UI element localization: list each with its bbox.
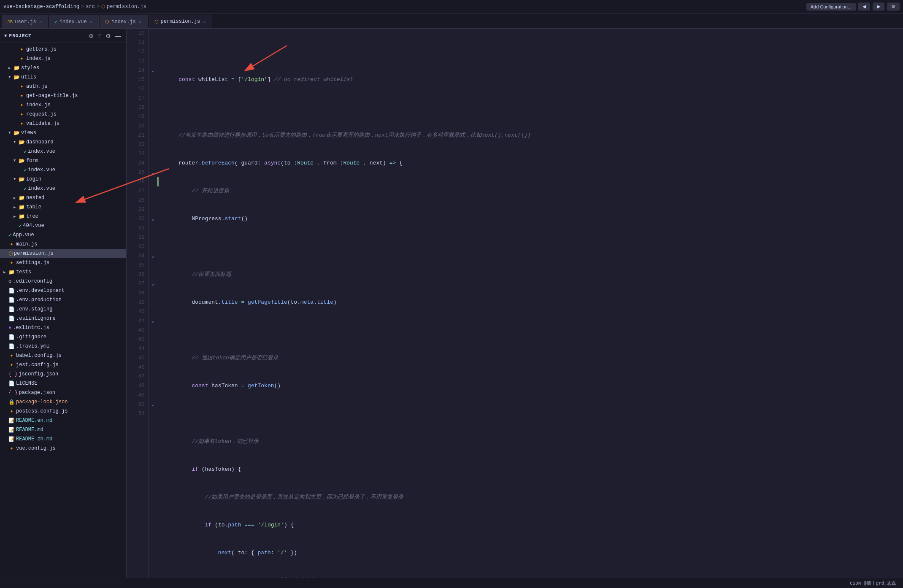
tree-item-validate-js[interactable]: 🔸 validate.js bbox=[0, 119, 126, 128]
fold-arrow-14[interactable]: ⌄ bbox=[149, 66, 157, 75]
code-line-29: NProgress.done()//进度条状态为完成 bbox=[165, 576, 896, 578]
tree-item-travis-yml[interactable]: 📄 .travis.yml bbox=[0, 342, 126, 351]
tree-item-readme-en-md[interactable]: 📝 README.en.md bbox=[0, 416, 126, 425]
tab-index-vue[interactable]: ✔ index.vue ✕ bbox=[49, 15, 99, 28]
settings-button[interactable]: ⚙ bbox=[887, 3, 900, 11]
tree-item-table[interactable]: ▶ 📁 table bbox=[0, 202, 126, 212]
title-bar-actions: Add Configuration... ◀ ▶ ⚙ bbox=[806, 3, 900, 11]
tree-item-postcss-config-js[interactable]: 🔸 postcss.config.js bbox=[0, 407, 126, 416]
fold-arrow-25[interactable]: ⌄ bbox=[149, 168, 157, 177]
tree-item-env-production[interactable]: 📄 .env.production bbox=[0, 295, 126, 305]
line-num: 42 bbox=[133, 326, 145, 335]
tree-item-license[interactable]: 📄 LICENSE bbox=[0, 379, 126, 388]
folder-arrow-icon: ▶ bbox=[14, 205, 19, 210]
folder-open-icon: 📂 bbox=[19, 139, 25, 146]
add-configuration-button[interactable]: Add Configuration... bbox=[806, 3, 856, 11]
close-sidebar-button[interactable]: — bbox=[114, 32, 122, 40]
tree-item-utils[interactable]: ▼ 📂 utils bbox=[0, 73, 126, 82]
tree-item-permission-js[interactable]: ⬡ permission.js bbox=[0, 249, 126, 258]
md-file-icon: 📝 bbox=[8, 436, 15, 442]
new-file-button[interactable]: ⊕ bbox=[88, 32, 95, 40]
tab-close-button[interactable]: ✕ bbox=[202, 19, 207, 25]
title-bar: vue-backstage-scaffolding > src > ⬡ perm… bbox=[0, 0, 903, 13]
tree-item-jsconfig-json[interactable]: { } jsconfig.json bbox=[0, 370, 126, 379]
line-num: 41 bbox=[133, 316, 145, 326]
gutter-item bbox=[149, 335, 157, 344]
tree-item-settings-js[interactable]: 🔸 settings.js bbox=[0, 258, 126, 267]
tree-item-main-js[interactable]: 🔸 main.js bbox=[0, 240, 126, 249]
tree-item-index-vue-login[interactable]: ✔ index.vue bbox=[0, 184, 126, 193]
line-num: 34 bbox=[133, 251, 145, 261]
tree-item-vue-config-js[interactable]: 🔸 vue.config.js bbox=[0, 444, 126, 453]
tab-user-js[interactable]: JS user.js ✕ bbox=[2, 15, 48, 28]
tree-item-env-staging[interactable]: 📄 .env.staging bbox=[0, 305, 126, 314]
tab-index-js[interactable]: ⬡ index.js ✕ bbox=[100, 15, 148, 28]
tree-item-eslintrc-js[interactable]: ● .eslintrc.js bbox=[0, 323, 126, 332]
tree-item-404-vue[interactable]: ✔ 404.vue bbox=[0, 221, 126, 230]
tree-item-editorconfig[interactable]: ⚙ .editorconfig bbox=[0, 277, 126, 286]
line-num: 15 bbox=[133, 75, 145, 84]
gutter-item bbox=[149, 186, 157, 196]
file-label: package-lock.json bbox=[16, 399, 68, 405]
folder-closed-icon: 📁 bbox=[8, 269, 15, 275]
tree-item-dashboard[interactable]: ▼ 📂 dashboard bbox=[0, 138, 126, 147]
folder-label: dashboard bbox=[26, 139, 54, 145]
folder-arrow-icon: ▼ bbox=[14, 140, 19, 144]
fold-arrow-34[interactable]: ⌄ bbox=[149, 251, 157, 261]
line-num: 28 bbox=[133, 196, 145, 205]
tree-item-login[interactable]: ▼ 📂 login bbox=[0, 175, 126, 184]
tree-item-index-js-utils[interactable]: 🔸 index.js bbox=[0, 100, 126, 110]
tree-item-gitignore[interactable]: 📄 .gitignore bbox=[0, 332, 126, 342]
folder-arrow-icon: ▼ bbox=[8, 131, 14, 135]
tree-item-tests[interactable]: ▶ 📁 tests bbox=[0, 267, 126, 277]
folder-open-icon: 📂 bbox=[14, 74, 20, 81]
fold-arrow-41[interactable]: ⌄ bbox=[149, 316, 157, 326]
tree-item-eslintignore[interactable]: 📄 .eslintignore bbox=[0, 314, 126, 323]
tree-item-nested[interactable]: ▶ 📁 nested bbox=[0, 193, 126, 202]
tree-item-env-development[interactable]: 📄 .env.development bbox=[0, 286, 126, 295]
tab-close-button[interactable]: ✕ bbox=[38, 19, 43, 25]
line-num: 14 bbox=[133, 66, 145, 75]
file-tree: 🔸 getters.js 🔸 index.js ▶ 📁 styles ▼ 📂 u… bbox=[0, 43, 126, 578]
tree-item-get-page-title-js[interactable]: 🔸 get-page-title.js bbox=[0, 91, 126, 100]
license-file-icon: 📄 bbox=[8, 380, 15, 387]
tab-label: index.vue bbox=[59, 19, 87, 25]
js-file-icon: 🔸 bbox=[19, 46, 25, 53]
line-num: 20 bbox=[133, 121, 145, 131]
tree-item-index-js[interactable]: 🔸 index.js bbox=[0, 54, 126, 63]
file-label: index.vue bbox=[28, 167, 55, 173]
tree-item-package-json[interactable]: { } package.json bbox=[0, 388, 126, 397]
tree-item-app-vue[interactable]: ✔ App.vue bbox=[0, 230, 126, 240]
fold-arrow-30[interactable]: ⌄ bbox=[149, 214, 157, 224]
tree-item-jest-config-js[interactable]: 🔸 jest.config.js bbox=[0, 360, 126, 370]
tree-item-views[interactable]: ▼ 📂 views bbox=[0, 128, 126, 138]
tree-item-readme-zh-md[interactable]: 📝 README-zh.md bbox=[0, 434, 126, 444]
tab-close-button[interactable]: ✕ bbox=[138, 19, 143, 25]
tree-item-babel-config-js[interactable]: 🔸 babel.config.js bbox=[0, 351, 126, 360]
fold-arrow-37[interactable]: ⌄ bbox=[149, 279, 157, 289]
tree-item-request-js[interactable]: 🔸 request.js bbox=[0, 110, 126, 119]
tree-item-index-vue-form[interactable]: ✔ index.vue bbox=[0, 165, 126, 175]
tab-close-button[interactable]: ✕ bbox=[89, 19, 94, 25]
gutter-item bbox=[149, 298, 157, 307]
sidebar-collapse-arrow[interactable]: ▼ bbox=[4, 33, 8, 38]
fold-arrow-50[interactable]: ⌄ bbox=[149, 400, 157, 409]
tree-item-package-lock-json[interactable]: 🔒 package-lock.json bbox=[0, 397, 126, 407]
code-editor[interactable]: 10 11 12 13 14 15 16 17 18 19 20 21 22 2… bbox=[127, 29, 903, 578]
code-content[interactable]: const whiteList = ['/login'] // no redir… bbox=[159, 29, 903, 578]
nav-prev-button[interactable]: ◀ bbox=[858, 3, 870, 11]
tree-item-styles[interactable]: ▶ 📁 styles bbox=[0, 63, 126, 73]
tree-item-readme-md[interactable]: 📝 README.md bbox=[0, 425, 126, 434]
tree-item-auth-js[interactable]: 🔸 auth.js bbox=[0, 82, 126, 91]
settings-sidebar-button[interactable]: ⚙ bbox=[105, 32, 112, 40]
file-label: README-zh.md bbox=[16, 436, 52, 442]
tab-permission-js[interactable]: ⬡ permission.js ✕ bbox=[149, 15, 212, 28]
tree-item-form[interactable]: ▼ 📂 form bbox=[0, 156, 126, 165]
gutter-item bbox=[149, 363, 157, 372]
nav-next-button[interactable]: ▶ bbox=[873, 3, 884, 11]
tree-item-getters-js[interactable]: 🔸 getters.js bbox=[0, 45, 126, 54]
gutter-item bbox=[149, 149, 157, 159]
collapse-all-button[interactable]: ≡ bbox=[97, 32, 102, 40]
tree-item-index-vue-dashboard[interactable]: ✔ index.vue bbox=[0, 147, 126, 156]
tree-item-tree[interactable]: ▶ 📁 tree bbox=[0, 212, 126, 221]
